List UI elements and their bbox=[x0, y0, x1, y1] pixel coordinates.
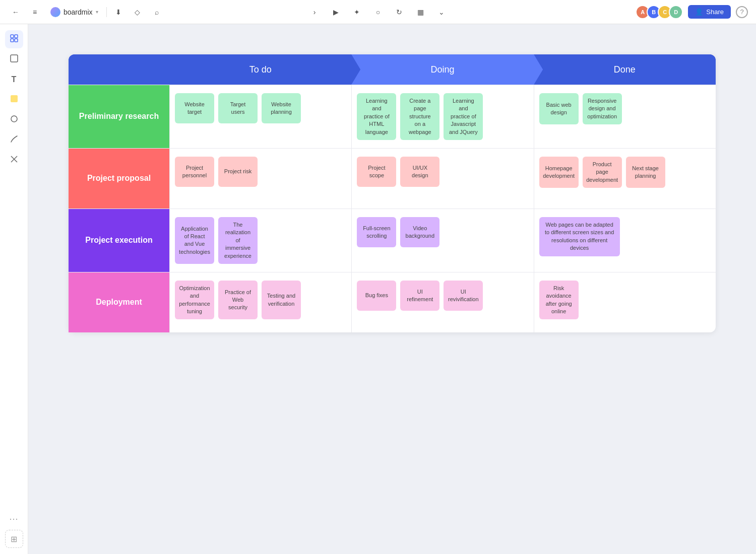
avatar-group: A B C D bbox=[636, 5, 683, 19]
share-button[interactable]: 👤 Share bbox=[688, 5, 731, 19]
download-button[interactable]: ⬇ bbox=[111, 5, 126, 20]
cell-execution-done: Web pages can be adapted to different sc… bbox=[534, 209, 716, 272]
play-icon: ▶ bbox=[333, 8, 339, 16]
card[interactable]: Practice of Web security bbox=[218, 281, 258, 320]
brand-chevron-icon: ▾ bbox=[96, 9, 98, 15]
cell-preliminary-todo: Website target Target users Website plan… bbox=[169, 85, 351, 148]
card[interactable]: Risk avoidance after going online bbox=[539, 281, 579, 320]
sparkle-button[interactable]: ✦ bbox=[349, 5, 364, 20]
cell-proposal-doing: Project scope UI/UX design bbox=[351, 149, 533, 209]
play-button[interactable]: ▶ bbox=[328, 5, 343, 20]
sidebar-item-sticky[interactable] bbox=[5, 91, 23, 109]
sidebar-bottom-action[interactable]: ⊞ bbox=[5, 530, 23, 548]
kanban-board: To do Doing Done Preliminary research bbox=[69, 54, 716, 332]
timer-button[interactable]: ↻ bbox=[392, 5, 407, 20]
pen-icon bbox=[10, 134, 19, 146]
card[interactable]: UI refinement bbox=[400, 281, 439, 311]
card[interactable]: Website planning bbox=[262, 93, 301, 123]
more-toolbar-button[interactable]: ⌄ bbox=[434, 5, 449, 20]
row-label-preliminary: Preliminary research bbox=[69, 85, 169, 148]
tag-button[interactable]: ◇ bbox=[130, 5, 145, 20]
toolbar-divider bbox=[106, 7, 107, 17]
row-label-proposal: Project proposal bbox=[69, 149, 169, 209]
sidebar-item-frames[interactable] bbox=[5, 30, 23, 48]
row-label-deployment: Deployment bbox=[69, 272, 169, 332]
cell-proposal-done: Homepage development Product page develo… bbox=[534, 149, 716, 209]
left-sidebar: T ··· ⊞ bbox=[0, 24, 28, 554]
card[interactable]: Create a page structure on a webpage bbox=[400, 93, 439, 140]
sidebar-item-more[interactable]: ··· bbox=[5, 510, 23, 528]
grid-icon: ▦ bbox=[417, 8, 424, 16]
toolbar: ← ≡ boardmix ▾ ⬇ ◇ ⌕ › ▶ ✦ ○ bbox=[0, 0, 756, 24]
card[interactable]: Project personnel bbox=[175, 157, 214, 187]
kanban-row-deployment: Deployment Optimization and performance … bbox=[69, 272, 716, 332]
cell-execution-doing: Full-screen scrolling Video background bbox=[351, 209, 533, 272]
card[interactable]: Bug fixes bbox=[357, 281, 396, 311]
col-header-doing: Doing bbox=[351, 54, 533, 85]
card[interactable]: Learning and practice of HTML language bbox=[357, 93, 396, 140]
row-cells-proposal: Project personnel Project risk Project s… bbox=[169, 149, 716, 209]
expand-icon-btn[interactable]: › bbox=[307, 5, 322, 20]
brand-area[interactable]: boardmix ▾ bbox=[46, 5, 102, 19]
share-icon: 👤 bbox=[695, 8, 703, 16]
kanban-body: Preliminary research Website target Targ… bbox=[69, 85, 716, 332]
card[interactable]: UI/UX design bbox=[400, 157, 439, 187]
canvas[interactable]: To do Doing Done Preliminary research bbox=[28, 24, 756, 554]
svg-rect-0 bbox=[11, 35, 14, 38]
card[interactable]: Video background bbox=[400, 217, 439, 247]
search-icon: ⌕ bbox=[155, 8, 159, 16]
card[interactable]: Full-screen scrolling bbox=[357, 217, 396, 247]
card[interactable]: The realization of immersive experience bbox=[218, 217, 258, 264]
card[interactable]: Project scope bbox=[357, 157, 396, 187]
menu-button[interactable]: ≡ bbox=[27, 5, 42, 20]
search-button[interactable]: ⌕ bbox=[149, 5, 164, 20]
svg-rect-4 bbox=[11, 55, 18, 62]
card[interactable]: Project risk bbox=[218, 157, 258, 187]
frames-icon bbox=[10, 34, 19, 45]
back-icon: ← bbox=[12, 8, 19, 16]
card[interactable]: Homepage development bbox=[539, 157, 579, 188]
card[interactable]: Learning and practice of Javascript and … bbox=[444, 93, 483, 140]
card[interactable]: Product page development bbox=[583, 157, 622, 188]
grid-button[interactable]: ▦ bbox=[413, 5, 428, 20]
timer-icon: ↻ bbox=[396, 8, 402, 16]
card[interactable]: Basic web design bbox=[539, 93, 579, 124]
card[interactable]: Responsive design and optimization bbox=[583, 93, 622, 124]
svg-rect-1 bbox=[15, 35, 18, 38]
draw-icon bbox=[10, 114, 19, 125]
cell-deployment-doing: Bug fixes UI refinement UI revivificatio… bbox=[351, 272, 533, 332]
card[interactable]: Web pages can be adapted to different sc… bbox=[539, 217, 620, 256]
back-button[interactable]: ← bbox=[8, 5, 23, 20]
card[interactable]: Testing and verification bbox=[262, 281, 301, 320]
card[interactable]: Target users bbox=[218, 93, 258, 123]
shapes-icon bbox=[10, 54, 19, 65]
svg-rect-2 bbox=[11, 39, 14, 42]
canvas-inner: To do Doing Done Preliminary research bbox=[28, 24, 756, 363]
chevron-down-icon: ⌄ bbox=[438, 8, 445, 16]
col-header-done: Done bbox=[534, 54, 716, 85]
toolbar-right: A B C D 👤 Share ? bbox=[453, 5, 748, 19]
comment-button[interactable]: ○ bbox=[370, 5, 386, 20]
cell-proposal-todo: Project personnel Project risk bbox=[169, 149, 351, 209]
cell-preliminary-done: Basic web design Responsive design and o… bbox=[534, 85, 716, 148]
card[interactable]: UI revivification bbox=[444, 281, 483, 311]
kanban-row-execution: Project execution Application of React a… bbox=[69, 209, 716, 272]
cell-deployment-todo: Optimization and performance tuning Prac… bbox=[169, 272, 351, 332]
sidebar-item-text[interactable]: T bbox=[5, 71, 23, 89]
sidebar-item-connect[interactable] bbox=[5, 151, 23, 169]
avatar: D bbox=[669, 5, 683, 19]
card[interactable]: Next stage planning bbox=[626, 157, 665, 188]
help-button[interactable]: ? bbox=[736, 6, 748, 18]
menu-icon: ≡ bbox=[33, 8, 37, 16]
tag-icon: ◇ bbox=[135, 8, 140, 16]
sidebar-item-draw[interactable] bbox=[5, 111, 23, 129]
sidebar-item-shapes[interactable] bbox=[5, 50, 23, 68]
cell-preliminary-doing: Learning and practice of HTML language C… bbox=[351, 85, 533, 148]
card[interactable]: Application of React and Vue technologie… bbox=[175, 217, 214, 264]
header-spacer bbox=[69, 54, 169, 85]
card[interactable]: Optimization and performance tuning bbox=[175, 281, 214, 320]
brand-logo bbox=[50, 7, 60, 17]
sidebar-item-pen[interactable] bbox=[5, 131, 23, 149]
brand-name: boardmix bbox=[64, 8, 93, 16]
card[interactable]: Website target bbox=[175, 93, 214, 123]
